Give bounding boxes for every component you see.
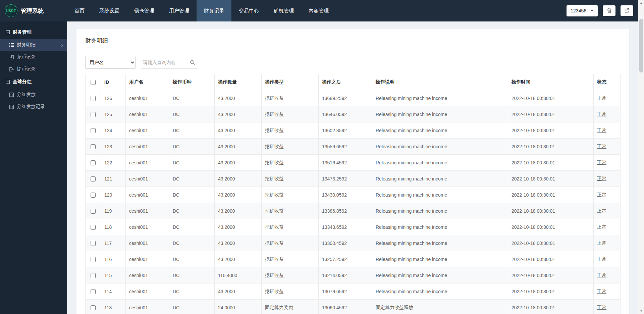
table-row: 124ceshi001DC43.2000挖矿收益13602.8592Releas… <box>86 122 621 139</box>
row-checkbox-cell <box>86 300 101 314</box>
cell-after: 13343.6592 <box>319 219 372 235</box>
deposit-icon <box>9 55 14 59</box>
nav-tab[interactable]: 内容管理 <box>301 0 336 21</box>
sidebar-item[interactable]: 分红发放 <box>0 89 67 101</box>
sidebar-item[interactable]: 财务明细› <box>0 39 67 51</box>
vertical-scrollbar[interactable]: ▲ ▼ <box>638 0 644 314</box>
cell-after: 13646.0592 <box>319 106 372 122</box>
status-toggle[interactable]: 正常 <box>597 224 606 229</box>
cell-after: 13386.8592 <box>319 203 372 219</box>
column-header: 操作时间 <box>508 74 594 90</box>
cell-time: 2022-10-18 00:30:01 <box>508 283 594 300</box>
row-checkbox-cell <box>86 251 101 267</box>
status-toggle[interactable]: 正常 <box>597 240 606 246</box>
column-header: 操作币种 <box>169 74 215 90</box>
table-row: 115ceshi001DC110.4000挖矿收益13214.0592Relea… <box>86 267 621 283</box>
status-toggle[interactable]: 正常 <box>597 111 606 117</box>
row-checkbox[interactable] <box>91 160 96 165</box>
cell-after: 13300.4592 <box>319 235 372 251</box>
status-toggle[interactable]: 正常 <box>597 127 606 133</box>
row-checkbox-cell <box>86 187 101 203</box>
cell-amount: 43.2000 <box>215 235 262 251</box>
row-checkbox[interactable] <box>91 96 96 101</box>
row-checkbox[interactable] <box>91 128 96 133</box>
cell-status: 正常 <box>594 300 621 314</box>
nav-tab[interactable]: 系统设置 <box>92 0 127 21</box>
cell-amount: 110.4000 <box>215 267 262 283</box>
cell-after: 13257.2592 <box>319 251 372 267</box>
row-checkbox-cell <box>86 106 101 122</box>
nav-tab[interactable]: 锁仓管理 <box>127 0 162 21</box>
scrollbar-thumb[interactable] <box>639 19 643 72</box>
nav-tab[interactable]: 矿机管理 <box>266 0 301 21</box>
nav-tab[interactable]: 首页 <box>67 0 92 21</box>
status-toggle[interactable]: 正常 <box>597 272 606 278</box>
row-checkbox-cell <box>86 203 101 219</box>
row-checkbox[interactable] <box>91 257 96 262</box>
cell-status: 正常 <box>594 106 621 122</box>
row-checkbox[interactable] <box>91 241 96 246</box>
row-checkbox[interactable] <box>91 225 96 230</box>
row-checkbox[interactable] <box>91 289 96 294</box>
row-checkbox[interactable] <box>91 176 96 181</box>
cell-type: 挖矿收益 <box>262 219 319 235</box>
search-input[interactable] <box>143 60 187 65</box>
status-toggle[interactable]: 正常 <box>597 160 606 165</box>
cell-type: 挖矿收益 <box>262 155 319 171</box>
cell-status: 正常 <box>594 187 621 203</box>
status-toggle[interactable]: 正常 <box>597 95 606 101</box>
sidebar-item[interactable]: 充币记录 <box>0 51 67 63</box>
header-actions: 123456 <box>567 0 644 21</box>
cell-status: 正常 <box>594 122 621 139</box>
cell-time: 2022-10-18 00:30:01 <box>508 300 594 314</box>
cell-id: 118 <box>101 219 126 235</box>
cell-desc: Releasing mining machine income <box>372 235 508 251</box>
table-row: 113ceshi001DC24.0000固定算力奖励13060.4592固定算力… <box>86 300 621 314</box>
cell-desc: Releasing mining machine income <box>372 106 508 122</box>
status-toggle[interactable]: 正常 <box>597 305 606 310</box>
filter-field-select[interactable]: 用户名 <box>85 56 136 69</box>
search-icon[interactable] <box>190 60 195 65</box>
status-toggle[interactable]: 正常 <box>597 192 606 197</box>
status-toggle[interactable]: 正常 <box>597 176 606 181</box>
status-toggle[interactable]: 正常 <box>597 256 606 262</box>
row-checkbox[interactable] <box>91 112 96 117</box>
status-toggle[interactable]: 正常 <box>597 208 606 213</box>
nav-tab[interactable]: 财务记录 <box>197 0 231 21</box>
row-checkbox[interactable] <box>91 144 96 149</box>
export-button[interactable] <box>621 5 633 16</box>
table-body: 126ceshi001DC43.2000挖矿收益13689.2592Releas… <box>86 90 621 314</box>
select-all-checkbox[interactable] <box>91 80 96 85</box>
sidebar-item[interactable]: 分红发放记录 <box>0 101 67 113</box>
sidebar-section-title[interactable]: 全球分红 <box>0 75 67 89</box>
cell-after: 13060.4592 <box>319 300 372 314</box>
cell-time: 2022-10-18 00:30:01 <box>508 187 594 203</box>
row-checkbox-cell <box>86 219 101 235</box>
row-checkbox[interactable] <box>91 209 96 214</box>
row-checkbox-cell <box>86 90 101 106</box>
sidebar-item[interactable]: 提币记录 <box>0 63 67 75</box>
sidebar-item-label: 充币记录 <box>17 54 36 60</box>
cell-status: 正常 <box>594 203 621 219</box>
column-header: 操作之后 <box>319 74 372 90</box>
row-checkbox[interactable] <box>91 193 96 198</box>
row-checkbox[interactable] <box>91 273 96 278</box>
cell-coin: DC <box>169 139 215 155</box>
cell-id: 126 <box>101 90 126 106</box>
cell-status: 正常 <box>594 155 621 171</box>
status-toggle[interactable]: 正常 <box>597 289 606 294</box>
nav-tab[interactable]: 交易中心 <box>231 0 266 21</box>
nav-tabs: 首页系统设置锁仓管理用户管理财务记录交易中心矿机管理内容管理 <box>67 0 336 21</box>
scroll-up-arrow[interactable]: ▲ <box>638 0 644 6</box>
sidebar-item-label: 提币记录 <box>17 66 36 72</box>
cell-time: 2022-10-18 00:30:01 <box>508 203 594 219</box>
row-checkbox[interactable] <box>91 305 96 310</box>
sidebar-section-title[interactable]: 财务管理 <box>0 25 67 39</box>
user-dropdown[interactable]: 123456 <box>567 5 598 16</box>
status-toggle[interactable]: 正常 <box>597 144 606 149</box>
cell-amount: 43.2000 <box>215 139 262 155</box>
cell-after: 13473.2592 <box>319 171 372 187</box>
trash-button[interactable] <box>603 5 615 16</box>
scroll-down-arrow[interactable]: ▼ <box>638 308 644 314</box>
nav-tab[interactable]: 用户管理 <box>162 0 197 21</box>
